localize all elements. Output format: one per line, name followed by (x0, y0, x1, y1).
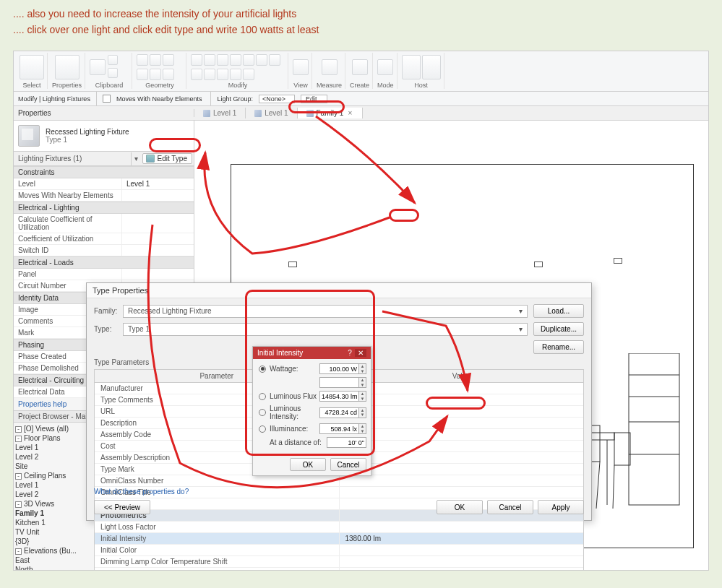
modify-icon[interactable] (217, 69, 228, 80)
efficacy-input[interactable] (319, 377, 359, 388)
prop-row[interactable]: Calculate Coefficient of Utilization (14, 214, 194, 233)
intensity-cancel-button[interactable]: Cancel (330, 458, 366, 471)
modify-icon[interactable] (230, 69, 241, 80)
spinner-icon[interactable]: ▲▼ (359, 363, 366, 374)
what-properties-link[interactable]: What do these properties do? (94, 488, 189, 496)
lightgroup-label: Light Group: (217, 95, 253, 103)
illum-input[interactable] (319, 423, 359, 434)
preview-button[interactable]: << Preview (94, 500, 150, 514)
load-button[interactable]: Load... (533, 304, 584, 318)
ribbon-grp-view: View (293, 82, 307, 89)
prop-row[interactable]: Moves With Nearby Elements (14, 190, 194, 202)
cut-icon[interactable] (108, 55, 118, 65)
lumflux-radio[interactable] (259, 393, 266, 400)
paste-icon[interactable] (90, 59, 106, 75)
close-tab-icon[interactable]: × (346, 110, 353, 117)
modify-icon[interactable] (243, 69, 254, 80)
param-row[interactable]: OmniClass Number (95, 475, 583, 487)
instruction-line-2: .... click over one light and click edit… (13, 22, 709, 38)
help-icon[interactable]: ? (345, 349, 355, 357)
view-icon[interactable] (293, 59, 309, 75)
modify-icon[interactable] (217, 54, 228, 66)
join-icon[interactable] (163, 54, 174, 66)
geom-icon[interactable] (137, 69, 148, 80)
tp-cancel-button[interactable]: Cancel (487, 500, 533, 514)
spinner-icon[interactable]: ▲▼ (359, 423, 366, 434)
view-icon (254, 110, 262, 117)
spinner-icon[interactable]: ▲▼ (359, 407, 366, 418)
spinner-icon[interactable]: ▲▼ (359, 377, 366, 388)
lightgroup-dropdown[interactable]: <None> (259, 95, 295, 103)
svg-rect-17 (614, 433, 630, 465)
prop-row[interactable]: Coefficient of Utilization (14, 233, 194, 245)
modify-icon[interactable] (256, 54, 267, 66)
geom-icon-2[interactable] (150, 69, 161, 80)
modify-tool[interactable] (20, 55, 44, 79)
edit-family-icon[interactable] (402, 55, 421, 79)
lumint-radio[interactable] (259, 409, 266, 416)
wattage-radio[interactable] (259, 366, 266, 373)
param-row[interactable]: Light Loss Factor (95, 522, 583, 533)
prop-group-header: Electrical - Loads (14, 256, 194, 269)
tab-family1[interactable]: Family 1× (298, 108, 364, 118)
cope-icon[interactable] (137, 54, 148, 66)
svg-line-16 (596, 462, 600, 509)
ribbon-grp-clipboard: Clipboard (95, 82, 124, 89)
type-dropdown-icon[interactable]: ▾ (131, 152, 141, 165)
ceiling-light[interactable] (288, 261, 297, 267)
param-row[interactable]: Initial Color (95, 545, 583, 556)
distance-label: At a distance of: (270, 438, 327, 446)
modify-icon[interactable] (204, 69, 215, 80)
prop-group-header: Electrical - Lighting (14, 202, 194, 214)
wattage-input[interactable] (319, 363, 359, 374)
ribbon-grp-properties: Properties (52, 82, 82, 89)
geom-icon-3[interactable] (163, 69, 174, 80)
type-dropdown[interactable]: Type 1▾ (123, 323, 528, 336)
param-row[interactable]: Initial Intensity1380.00 lm (95, 533, 583, 545)
param-row[interactable]: Dimming Lamp Color Temperature Shift (95, 556, 583, 568)
tab-level1-b[interactable]: Level 1 (246, 108, 297, 118)
intensity-ok-button[interactable]: OK (290, 458, 326, 471)
modify-icon[interactable] (269, 54, 280, 66)
distance-input[interactable] (327, 437, 366, 448)
copy-icon[interactable] (108, 68, 118, 78)
ceiling-light[interactable] (614, 258, 622, 264)
lumflux-input[interactable] (319, 391, 359, 402)
duplicate-button[interactable]: Duplicate... (533, 322, 584, 336)
rename-button[interactable]: Rename... (533, 340, 584, 354)
pick-new-host-icon[interactable] (422, 55, 441, 79)
tab-level1-a[interactable]: Level 1 (194, 108, 246, 118)
prop-row[interactable]: LevelLevel 1 (14, 178, 194, 190)
ceiling-light[interactable] (534, 261, 543, 267)
lumint-input[interactable] (319, 407, 359, 418)
moves-checkbox[interactable] (103, 95, 111, 103)
cut-geom-icon[interactable] (150, 54, 161, 66)
param-row[interactable]: Color FilterWhite (95, 568, 583, 571)
chevron-down-icon: ▾ (519, 307, 523, 315)
tp-ok-button[interactable]: OK (437, 500, 483, 514)
prop-row[interactable]: Panel (14, 269, 194, 280)
tp-apply-button[interactable]: Apply (538, 500, 584, 514)
measure-icon[interactable] (322, 59, 338, 75)
modify-icon[interactable] (191, 54, 202, 66)
col-value: Value (340, 370, 584, 382)
type-selector[interactable]: Recessed Lighting Fixture Type 1 (14, 121, 194, 151)
modify-icon[interactable] (191, 69, 202, 80)
ribbon-grp-select: Select (22, 82, 40, 89)
mode-icon[interactable] (377, 59, 393, 75)
modify-context-bar: Modify | Lighting Fixtures Moves With Ne… (14, 92, 708, 106)
spinner-icon[interactable]: ▲▼ (359, 391, 366, 402)
modify-icon[interactable] (230, 54, 241, 66)
view-icon (203, 110, 210, 117)
prop-row[interactable]: Switch ID (14, 245, 194, 256)
family-dropdown[interactable]: Recessed Lighting Fixture▾ (123, 305, 528, 318)
modify-icon[interactable] (204, 54, 215, 66)
illum-radio[interactable] (259, 425, 266, 433)
create-icon[interactable] (352, 59, 368, 75)
close-icon[interactable]: ✕ (355, 349, 366, 357)
view-icon (306, 110, 314, 117)
lightgroup-edit[interactable]: Edit... (301, 95, 327, 103)
edit-type-button[interactable]: Edit Type (142, 153, 192, 164)
modify-icon[interactable] (243, 54, 254, 66)
properties-btn[interactable] (55, 55, 79, 79)
